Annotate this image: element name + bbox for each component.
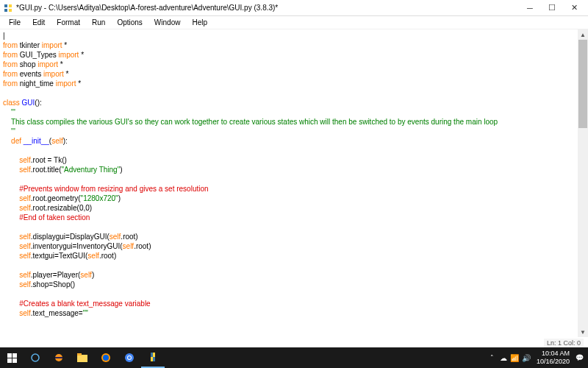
chrome-icon[interactable] <box>118 347 141 368</box>
scroll-thumb[interactable] <box>578 40 587 128</box>
svg-rect-5 <box>12 353 17 358</box>
eclipse-icon[interactable] <box>47 347 71 368</box>
svg-rect-7 <box>12 358 17 363</box>
cortana-icon[interactable] <box>24 347 47 368</box>
file-explorer-icon[interactable] <box>71 347 94 368</box>
system-tray: ˄ ☁ 📶 🔊 10:04 AM 10/16/2020 💬 <box>490 347 588 368</box>
time: 10:04 AM <box>537 350 570 358</box>
maximize-button[interactable]: ☐ <box>541 1 563 15</box>
menu-edit[interactable]: Edit <box>26 17 51 28</box>
svg-rect-12 <box>77 353 82 355</box>
svg-rect-10 <box>55 357 62 358</box>
minimize-button[interactable]: ─ <box>519 1 541 15</box>
menu-window[interactable]: Window <box>148 17 187 28</box>
svg-point-17 <box>128 356 131 359</box>
svg-rect-11 <box>77 355 87 362</box>
clock[interactable]: 10:04 AM 10/16/2020 <box>537 350 570 366</box>
taskbar-left <box>0 347 165 368</box>
app-icon <box>3 3 13 13</box>
idle-icon[interactable] <box>141 347 165 368</box>
svg-point-8 <box>32 354 39 361</box>
title-bar: *GUI.py - C:\Users\Aditya\Desktop\A-fore… <box>0 0 588 16</box>
vertical-scrollbar[interactable]: ▲ ▼ <box>578 29 588 337</box>
code-content: | from tkinter import * from GUI_Types i… <box>3 31 585 337</box>
window-controls: ─ ☐ ✕ <box>519 1 585 15</box>
svg-rect-1 <box>9 9 12 12</box>
volume-icon[interactable]: 🔊 <box>522 354 531 362</box>
cursor-position: Ln: 1 Col: 0 <box>547 339 581 347</box>
svg-rect-0 <box>4 4 7 7</box>
onedrive-icon[interactable]: ☁ <box>500 354 507 362</box>
scroll-up-arrow[interactable]: ▲ <box>578 29 588 40</box>
menu-bar: File Edit Format Run Options Window Help <box>0 16 588 29</box>
svg-point-14 <box>103 355 109 361</box>
close-button[interactable]: ✕ <box>563 1 585 15</box>
notifications-icon[interactable]: 💬 <box>576 354 584 361</box>
menu-file[interactable]: File <box>3 17 26 28</box>
menu-run[interactable]: Run <box>86 17 111 28</box>
menu-format[interactable]: Format <box>51 17 86 28</box>
date: 10/16/2020 <box>537 358 570 366</box>
taskbar: ˄ ☁ 📶 🔊 10:04 AM 10/16/2020 💬 <box>0 347 588 368</box>
svg-rect-2 <box>4 9 7 12</box>
status-bar: Ln: 1 Col: 0 <box>544 339 584 347</box>
svg-rect-3 <box>9 4 12 7</box>
scroll-down-arrow[interactable]: ▼ <box>578 327 588 337</box>
window-title: *GUI.py - C:\Users\Aditya\Desktop\A-fore… <box>16 4 519 12</box>
wifi-icon[interactable]: 📶 <box>510 354 519 362</box>
svg-rect-6 <box>7 358 12 363</box>
svg-rect-4 <box>7 353 12 358</box>
tray-icons: ☁ 📶 🔊 <box>500 354 531 362</box>
tray-chevron-icon[interactable]: ˄ <box>490 354 494 361</box>
code-editor[interactable]: | from tkinter import * from GUI_Types i… <box>0 29 588 337</box>
firefox-icon[interactable] <box>94 347 118 368</box>
menu-options[interactable]: Options <box>111 17 148 28</box>
start-button[interactable] <box>0 347 24 368</box>
menu-help[interactable]: Help <box>186 17 213 28</box>
